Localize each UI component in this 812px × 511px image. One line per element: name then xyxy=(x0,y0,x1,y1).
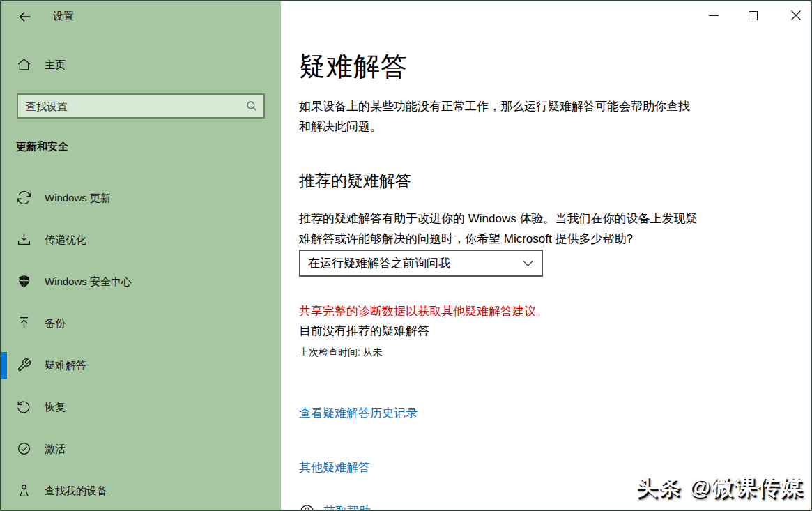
sidebar-item-label: Windows 更新 xyxy=(45,192,111,205)
activation-icon xyxy=(17,441,31,456)
app-title: 设置 xyxy=(53,10,74,23)
sidebar-item-label: 激活 xyxy=(45,443,66,456)
maximize-button[interactable] xyxy=(737,1,769,29)
shield-icon xyxy=(17,274,31,289)
sidebar-nav-list: Windows 更新 传递优化 Windows 安全中心 备份 xyxy=(1,184,281,510)
backup-icon xyxy=(17,316,31,330)
sidebar-section-header: 更新和安全 xyxy=(16,140,68,153)
sidebar-item-windows-security[interactable]: Windows 安全中心 xyxy=(1,268,281,296)
minimize-button[interactable] xyxy=(698,1,730,29)
diagnostic-warning-text: 共享完整的诊断数据以获取其他疑难解答建议。 xyxy=(299,303,548,319)
sidebar-item-label: Windows 安全中心 xyxy=(45,275,132,289)
sidebar-item-windows-update[interactable]: Windows 更新 xyxy=(1,184,281,212)
dropdown-selected-value: 在运行疑难解答之前询问我 xyxy=(300,255,514,271)
settings-window: 设置 主页 更新和安全 Windows 更新 xyxy=(0,0,812,511)
watermark-text: 头条 @微课传媒 xyxy=(636,473,804,502)
sidebar-item-label: 疑难解答 xyxy=(45,359,86,372)
main-panel: 疑难解答 如果设备上的某些功能没有正常工作，那么运行疑难解答可能会帮助你查找和解… xyxy=(281,1,811,510)
wrench-icon xyxy=(17,358,31,372)
search-box xyxy=(17,93,265,119)
search-icon[interactable] xyxy=(240,100,263,112)
view-history-link[interactable]: 查看疑难解答历史记录 xyxy=(299,405,418,421)
sidebar-item-recovery[interactable]: 恢复 xyxy=(1,393,281,421)
sync-icon xyxy=(17,190,31,205)
recommendation-status-text: 目前没有推荐的疑难解答 xyxy=(299,323,429,339)
recommended-section-title: 推荐的疑难解答 xyxy=(299,170,411,192)
sidebar-item-troubleshoot[interactable]: 疑难解答 xyxy=(1,351,281,379)
sidebar-item-backup[interactable]: 备份 xyxy=(1,310,281,337)
close-button[interactable] xyxy=(780,1,812,29)
sidebar-item-home[interactable]: 主页 xyxy=(1,51,281,79)
additional-troubleshooters-link[interactable]: 其他疑难解答 xyxy=(299,459,370,475)
last-checked-text: 上次检查时间: 从未 xyxy=(299,346,383,359)
sidebar: 设置 主页 更新和安全 Windows 更新 xyxy=(1,1,281,510)
chevron-down-icon xyxy=(514,260,542,267)
delivery-optimization-icon xyxy=(17,232,31,247)
home-icon xyxy=(17,57,31,72)
sidebar-item-label: 主页 xyxy=(45,59,66,72)
sidebar-item-find-my-device[interactable]: 查找我的设备 xyxy=(1,477,281,505)
sidebar-item-label: 备份 xyxy=(45,317,66,330)
recovery-icon xyxy=(17,399,31,414)
sidebar-item-activation[interactable]: 激活 xyxy=(1,435,281,463)
sidebar-item-label: 恢复 xyxy=(45,401,66,414)
close-icon xyxy=(790,10,802,21)
sidebar-item-label: 查找我的设备 xyxy=(45,485,107,498)
maximize-icon xyxy=(749,11,758,20)
titlebar-left: 设置 xyxy=(1,1,281,31)
back-arrow-icon xyxy=(17,9,33,24)
help-question-icon xyxy=(299,503,315,511)
sidebar-item-delivery-optimization[interactable]: 传递优化 xyxy=(1,226,281,254)
get-help-link[interactable]: 获取帮助 xyxy=(323,503,371,511)
sidebar-item-label: 传递优化 xyxy=(45,234,86,247)
find-device-icon xyxy=(17,483,31,498)
troubleshoot-preference-dropdown[interactable]: 在运行疑难解答之前询问我 xyxy=(299,250,543,277)
page-description: 如果设备上的某些功能没有正常工作，那么运行疑难解答可能会帮助你查找和解决此问题。 xyxy=(299,96,698,137)
get-help-row[interactable]: 获取帮助 xyxy=(299,503,371,511)
search-input[interactable] xyxy=(18,95,240,117)
back-button[interactable] xyxy=(15,8,35,26)
minimize-icon xyxy=(709,15,719,16)
page-title: 疑难解答 xyxy=(299,49,408,84)
recommended-description: 推荐的疑难解答有助于改进你的 Windows 体验。当我们在你的设备上发现疑难解… xyxy=(299,208,702,249)
